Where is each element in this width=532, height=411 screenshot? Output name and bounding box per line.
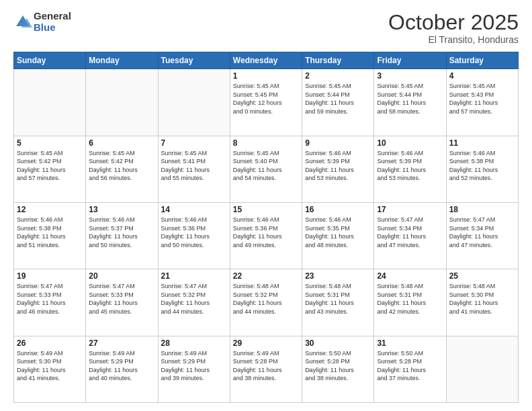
day-info: Sunrise: 5:45 AM Sunset: 5:42 PM Dayligh… [17,149,83,183]
day-number: 28 [161,338,227,348]
day-info: Sunrise: 5:45 AM Sunset: 5:41 PM Dayligh… [161,149,227,183]
day-number: 3 [377,71,443,81]
calendar-day-27: 27Sunrise: 5:49 AM Sunset: 5:29 PM Dayli… [86,336,158,402]
calendar-table: SundayMondayTuesdayWednesdayThursdayFrid… [13,52,519,403]
calendar-day-22: 22Sunrise: 5:48 AM Sunset: 5:32 PM Dayli… [230,269,302,336]
calendar-day-20: 20Sunrise: 5:47 AM Sunset: 5:33 PM Dayli… [86,269,158,336]
day-number: 19 [17,271,83,281]
day-info: Sunrise: 5:46 AM Sunset: 5:35 PM Dayligh… [305,216,371,249]
day-info: Sunrise: 5:47 AM Sunset: 5:34 PM Dayligh… [377,216,443,249]
calendar-header-row: SundayMondayTuesdayWednesdayThursdayFrid… [14,52,519,69]
calendar-day-5: 5Sunrise: 5:45 AM Sunset: 5:42 PM Daylig… [14,136,86,202]
day-info: Sunrise: 5:45 AM Sunset: 5:44 PM Dayligh… [305,82,371,116]
calendar-day-2: 2Sunrise: 5:45 AM Sunset: 5:44 PM Daylig… [302,69,374,136]
calendar-day-14: 14Sunrise: 5:46 AM Sunset: 5:36 PM Dayli… [158,202,230,269]
day-info: Sunrise: 5:45 AM Sunset: 5:42 PM Dayligh… [89,149,154,183]
day-number: 1 [233,71,299,81]
day-header-thursday: Thursday [302,52,374,69]
calendar-empty-cell [158,69,230,136]
calendar-day-10: 10Sunrise: 5:46 AM Sunset: 5:39 PM Dayli… [374,136,446,202]
day-number: 26 [17,338,83,348]
calendar-day-15: 15Sunrise: 5:46 AM Sunset: 5:36 PM Dayli… [230,202,302,269]
day-info: Sunrise: 5:46 AM Sunset: 5:39 PM Dayligh… [377,149,443,183]
calendar-day-25: 25Sunrise: 5:48 AM Sunset: 5:30 PM Dayli… [446,269,518,336]
day-number: 25 [449,271,515,281]
calendar-day-31: 31Sunrise: 5:50 AM Sunset: 5:28 PM Dayli… [374,336,446,402]
calendar-day-28: 28Sunrise: 5:49 AM Sunset: 5:29 PM Dayli… [158,336,230,402]
calendar-week-2: 12Sunrise: 5:46 AM Sunset: 5:38 PM Dayli… [14,202,519,269]
title-block: October 2025 El Transito, Honduras [388,11,519,45]
day-info: Sunrise: 5:47 AM Sunset: 5:34 PM Dayligh… [449,216,515,249]
calendar-day-12: 12Sunrise: 5:46 AM Sunset: 5:38 PM Dayli… [14,202,86,269]
calendar-week-3: 19Sunrise: 5:47 AM Sunset: 5:33 PM Dayli… [14,269,519,336]
day-info: Sunrise: 5:45 AM Sunset: 5:44 PM Dayligh… [377,82,443,116]
day-number: 20 [89,271,154,281]
day-info: Sunrise: 5:48 AM Sunset: 5:32 PM Dayligh… [233,282,299,316]
day-header-saturday: Saturday [446,52,518,69]
logo: General Blue [13,11,71,33]
day-header-monday: Monday [86,52,158,69]
logo-blue: Blue [34,22,71,34]
day-number: 24 [377,271,443,281]
calendar-day-24: 24Sunrise: 5:48 AM Sunset: 5:31 PM Dayli… [374,269,446,336]
calendar-day-6: 6Sunrise: 5:45 AM Sunset: 5:42 PM Daylig… [86,136,158,202]
day-number: 31 [377,338,443,348]
day-number: 16 [305,205,371,214]
calendar-day-9: 9Sunrise: 5:46 AM Sunset: 5:39 PM Daylig… [302,136,374,202]
day-number: 18 [449,205,515,214]
day-header-friday: Friday [374,52,446,69]
day-info: Sunrise: 5:48 AM Sunset: 5:31 PM Dayligh… [377,282,443,316]
calendar-day-19: 19Sunrise: 5:47 AM Sunset: 5:33 PM Dayli… [14,269,86,336]
logo-icon [13,13,32,32]
logo-text: General Blue [34,11,71,33]
calendar-empty-cell [86,69,158,136]
calendar-day-4: 4Sunrise: 5:45 AM Sunset: 5:43 PM Daylig… [446,69,518,136]
day-info: Sunrise: 5:45 AM Sunset: 5:43 PM Dayligh… [449,82,515,116]
day-number: 22 [233,271,299,281]
day-header-sunday: Sunday [14,52,86,69]
calendar-empty-cell [14,69,86,136]
day-number: 14 [161,205,227,214]
day-info: Sunrise: 5:49 AM Sunset: 5:29 PM Dayligh… [89,349,154,383]
day-number: 8 [233,138,299,148]
day-number: 29 [233,338,299,348]
day-number: 13 [89,205,154,214]
calendar-day-26: 26Sunrise: 5:49 AM Sunset: 5:30 PM Dayli… [14,336,86,402]
day-info: Sunrise: 5:46 AM Sunset: 5:38 PM Dayligh… [17,216,83,249]
day-info: Sunrise: 5:49 AM Sunset: 5:28 PM Dayligh… [233,349,299,383]
calendar-empty-cell [446,336,518,402]
calendar-day-16: 16Sunrise: 5:46 AM Sunset: 5:35 PM Dayli… [302,202,374,269]
day-info: Sunrise: 5:47 AM Sunset: 5:33 PM Dayligh… [17,282,83,316]
day-info: Sunrise: 5:50 AM Sunset: 5:28 PM Dayligh… [305,349,371,383]
day-number: 17 [377,205,443,214]
day-number: 15 [233,205,299,214]
calendar-day-18: 18Sunrise: 5:47 AM Sunset: 5:34 PM Dayli… [446,202,518,269]
day-header-tuesday: Tuesday [158,52,230,69]
day-info: Sunrise: 5:48 AM Sunset: 5:30 PM Dayligh… [449,282,515,316]
calendar-week-4: 26Sunrise: 5:49 AM Sunset: 5:30 PM Dayli… [14,336,519,402]
day-number: 10 [377,138,443,148]
day-info: Sunrise: 5:46 AM Sunset: 5:38 PM Dayligh… [449,149,515,183]
calendar-day-23: 23Sunrise: 5:48 AM Sunset: 5:31 PM Dayli… [302,269,374,336]
calendar-day-30: 30Sunrise: 5:50 AM Sunset: 5:28 PM Dayli… [302,336,374,402]
day-info: Sunrise: 5:45 AM Sunset: 5:45 PM Dayligh… [233,82,299,116]
calendar-week-1: 5Sunrise: 5:45 AM Sunset: 5:42 PM Daylig… [14,136,519,202]
calendar-day-3: 3Sunrise: 5:45 AM Sunset: 5:44 PM Daylig… [374,69,446,136]
header: General Blue October 2025 El Transito, H… [13,11,519,45]
day-number: 6 [89,138,154,148]
day-number: 23 [305,271,371,281]
calendar-day-8: 8Sunrise: 5:45 AM Sunset: 5:40 PM Daylig… [230,136,302,202]
calendar-day-13: 13Sunrise: 5:46 AM Sunset: 5:37 PM Dayli… [86,202,158,269]
calendar-day-7: 7Sunrise: 5:45 AM Sunset: 5:41 PM Daylig… [158,136,230,202]
day-number: 5 [17,138,83,148]
day-info: Sunrise: 5:48 AM Sunset: 5:31 PM Dayligh… [305,282,371,316]
day-info: Sunrise: 5:50 AM Sunset: 5:28 PM Dayligh… [377,349,443,383]
day-number: 12 [17,205,83,214]
calendar-day-21: 21Sunrise: 5:47 AM Sunset: 5:32 PM Dayli… [158,269,230,336]
day-number: 27 [89,338,154,348]
logo-general: General [34,11,71,22]
calendar-day-11: 11Sunrise: 5:46 AM Sunset: 5:38 PM Dayli… [446,136,518,202]
day-info: Sunrise: 5:46 AM Sunset: 5:37 PM Dayligh… [89,216,154,249]
calendar-day-17: 17Sunrise: 5:47 AM Sunset: 5:34 PM Dayli… [374,202,446,269]
day-header-wednesday: Wednesday [230,52,302,69]
